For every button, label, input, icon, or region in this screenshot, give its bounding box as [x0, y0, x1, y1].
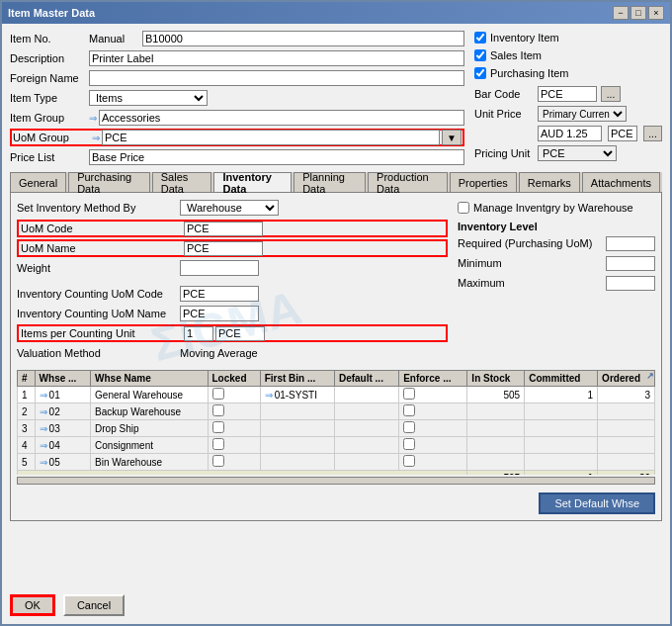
set-inv-method-label: Set Inventory Method By	[17, 202, 180, 214]
tab-properties[interactable]: Properties	[450, 172, 517, 192]
minimize-button[interactable]: −	[613, 6, 629, 20]
tab-attachments[interactable]: Attachments	[582, 172, 660, 192]
description-label: Description	[10, 52, 89, 64]
expand-icon[interactable]: ↗	[646, 371, 654, 381]
inv-counting-uom-name-label: Inventory Counting UoM Name	[17, 308, 180, 319]
row1-enforce[interactable]	[403, 388, 415, 400]
table-row[interactable]: 1 ⇒01 General Warehouse ⇒01-SYSTI 505 1 …	[18, 387, 655, 403]
barcode-ellipsis-button[interactable]: ...	[601, 86, 621, 102]
foreign-name-input[interactable]	[89, 70, 464, 86]
uom-name-input[interactable]	[184, 241, 263, 256]
title-bar: Item Master Data − □ ×	[2, 2, 670, 24]
unit-price-label: Unit Price	[474, 108, 534, 120]
row5-locked[interactable]	[212, 455, 224, 467]
sales-item-checkbox[interactable]	[474, 49, 486, 61]
unit-price-input[interactable]	[538, 126, 602, 141]
pricing-unit-label: Pricing Unit	[474, 147, 534, 159]
price-list-input[interactable]	[89, 149, 464, 165]
row3-enforce[interactable]	[403, 421, 415, 433]
description-input[interactable]	[89, 50, 464, 66]
inv-counting-uom-code-label: Inventory Counting UoM Code	[17, 288, 180, 300]
row4-enforce[interactable]	[403, 438, 415, 450]
inventory-tab-content: Set Inventory Method By Warehouse UoM Co…	[10, 193, 662, 521]
items-per-unit-label: Items per Counting Unit	[21, 327, 184, 339]
minimum-input[interactable]	[606, 256, 655, 271]
col-whse-code: Whse ...	[35, 371, 90, 387]
col-default: Default ...	[334, 371, 398, 387]
item-group-input[interactable]	[99, 110, 464, 126]
item-no-label: Item No.	[10, 33, 89, 45]
inventory-item-checkbox[interactable]	[474, 32, 486, 44]
row4-locked[interactable]	[212, 438, 224, 450]
tab-sales-data[interactable]: Sales Data	[152, 172, 212, 192]
uom-group-arrow: ⇒	[92, 133, 100, 143]
set-default-whse-button[interactable]: Set Default Whse	[539, 492, 655, 514]
inv-counting-uom-name-input[interactable]	[180, 306, 259, 321]
table-row[interactable]: 3 ⇒03 Drop Ship	[18, 420, 655, 437]
inv-counting-uom-code-input[interactable]	[180, 286, 259, 302]
sales-item-label: Sales Item	[490, 49, 542, 61]
tab-purchasing-data[interactable]: Purchasing Data	[68, 172, 150, 192]
purchasing-item-checkbox[interactable]	[474, 67, 486, 79]
col-num: #	[18, 371, 36, 387]
table-row[interactable]: 4 ⇒04 Consignment	[18, 437, 655, 454]
uom-group-label: UoM Group	[13, 132, 92, 143]
set-inv-method-select[interactable]: Warehouse	[180, 200, 279, 216]
items-per-unit-input[interactable]	[184, 326, 213, 341]
pricing-unit-select[interactable]: PCE	[538, 145, 617, 161]
uom-group-ellipsis-button[interactable]: ▼	[442, 130, 462, 145]
maximize-button[interactable]: □	[630, 6, 646, 20]
total-ordered: 30	[598, 471, 655, 476]
row2-locked[interactable]	[212, 404, 224, 416]
unit-price-unit-input[interactable]	[608, 126, 637, 141]
tab-remarks[interactable]: Remarks	[519, 172, 580, 192]
uom-name-label: UoM Name	[21, 242, 184, 254]
required-label: Required (Purchasing UoM)	[458, 237, 606, 249]
tabs-bar: General Purchasing Data Sales Data Inven…	[10, 172, 662, 193]
item-no-input[interactable]	[142, 31, 464, 46]
weight-input[interactable]	[180, 260, 259, 276]
totals-row: 505 1 30	[18, 471, 655, 476]
col-enforce: Enforce ...	[399, 371, 467, 387]
required-input[interactable]	[606, 236, 655, 251]
valuation-value: Moving Average	[180, 347, 258, 359]
col-whse-name: Whse Name	[91, 371, 208, 387]
foreign-name-label: Foreign Name	[10, 72, 89, 84]
unit-price-ellipsis-button[interactable]: ...	[643, 126, 662, 141]
bottom-bar: OK Cancel	[10, 594, 125, 616]
item-group-arrow: ⇒	[89, 113, 97, 124]
currency-select[interactable]: Primary Curren	[538, 106, 627, 122]
uom-group-input[interactable]	[102, 130, 440, 145]
purchasing-item-label: Purchasing Item	[490, 67, 568, 79]
tab-planning-data[interactable]: Planning Data	[294, 172, 366, 192]
close-button[interactable]: ×	[648, 6, 664, 20]
item-group-label: Item Group	[10, 112, 89, 124]
maximum-label: Maximum	[458, 277, 606, 289]
ok-button[interactable]: OK	[10, 594, 55, 616]
manage-inv-checkbox[interactable]	[458, 202, 469, 214]
row5-enforce[interactable]	[403, 455, 415, 467]
uom-code-input[interactable]	[184, 222, 263, 236]
price-list-label: Price List	[10, 151, 89, 163]
inventory-level-heading: Inventory Level	[458, 221, 655, 232]
table-row[interactable]: 2 ⇒02 Backup Warehouse	[18, 403, 655, 420]
col-committed: Committed	[525, 371, 598, 387]
tab-production-data[interactable]: Production Data	[368, 172, 448, 192]
col-ordered: Ordered ↗	[598, 371, 655, 387]
barcode-input[interactable]	[538, 86, 597, 102]
row3-locked[interactable]	[212, 421, 224, 433]
items-per-unit-unit-input[interactable]	[215, 326, 265, 341]
cancel-button[interactable]: Cancel	[63, 594, 125, 616]
horizontal-scrollbar[interactable]	[17, 477, 655, 485]
warehouse-table-wrapper: # Whse ... Whse Name Locked First Bin ..…	[17, 366, 655, 475]
valuation-label: Valuation Method	[17, 347, 180, 359]
item-master-data-window: Item Master Data − □ × Item No. Manual D…	[0, 0, 672, 626]
table-row[interactable]: 5 ⇒05 Bin Warehouse	[18, 454, 655, 471]
warehouse-table: # Whse ... Whse Name Locked First Bin ..…	[17, 370, 655, 475]
tab-general[interactable]: General	[10, 172, 66, 192]
row2-enforce[interactable]	[403, 404, 415, 416]
maximum-input[interactable]	[606, 276, 655, 291]
item-type-select[interactable]: Items	[89, 90, 208, 106]
tab-inventory-data[interactable]: Inventory Data	[213, 172, 292, 192]
row1-locked[interactable]	[212, 388, 224, 400]
